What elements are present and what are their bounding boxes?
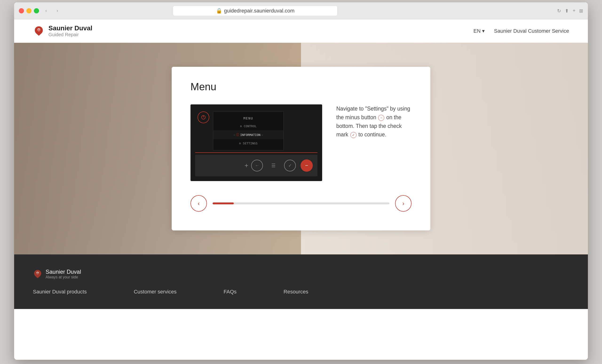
footer-logo: Saunier Duval Always at your side <box>33 268 569 279</box>
back-button[interactable]: ‹ <box>42 7 50 15</box>
back-ctrl-button: ← <box>251 160 263 171</box>
control-label: CONTROL <box>244 124 257 128</box>
menu-display: MENU ⊙ CONTROL — ⓘ INFORMAT <box>213 111 284 150</box>
menu-item-control: ⊙ CONTROL <box>213 122 283 130</box>
progress-bar-fill <box>213 203 234 204</box>
settings-icon: ⊙ <box>239 141 241 145</box>
control-icon: ⊙ <box>240 124 242 128</box>
prev-button[interactable]: ‹ <box>191 195 207 212</box>
tab-grid-icon[interactable]: ⊞ <box>579 8 583 14</box>
footer-link-faqs[interactable]: FAQs <box>224 289 236 295</box>
header-nav: EN ▾ Saunier Duval Customer Service <box>473 28 569 34</box>
power-button <box>197 111 209 123</box>
minimize-button[interactable] <box>26 8 32 13</box>
menu-title-text: MENU <box>213 115 283 122</box>
close-button[interactable] <box>19 8 24 13</box>
settings-label: SETTINGS <box>243 141 258 145</box>
footer-logo-icon <box>33 269 42 279</box>
fullscreen-button[interactable] <box>34 8 39 13</box>
address-bar[interactable]: 🔒 guidedrepair.saunierduval.com <box>173 6 337 16</box>
customer-service-link[interactable]: Saunier Duval Customer Service <box>494 28 569 34</box>
menu-ctrl-button: ☰ <box>268 160 279 171</box>
description-area: Navigate to "Settings" by using the minu… <box>336 104 411 139</box>
next-button[interactable]: › <box>395 195 411 212</box>
browser-titlebar: ‹ › 🔒 guidedrepair.saunierduval.com ↻ ⬆ … <box>14 2 588 19</box>
lang-label: EN <box>473 28 481 34</box>
new-tab-icon[interactable]: + <box>573 8 575 14</box>
menu-item-settings: ⊙ SETTINGS <box>213 139 283 148</box>
chevron-down-icon: ▾ <box>482 28 485 34</box>
minus-icon-inline: − <box>378 115 384 121</box>
brand-name: Saunier Duval <box>48 24 92 32</box>
progress-bar <box>213 203 389 204</box>
site-header: Saunier Duval Guided Repair EN ▾ Saunier… <box>14 19 588 43</box>
site-wrapper: Saunier Duval Guided Repair EN ▾ Saunier… <box>14 19 588 360</box>
device-image-container: MENU ⊙ CONTROL — ⓘ INFORMAT <box>191 104 322 181</box>
device-bottom-bar: + ← ☰ ✓ − <box>195 155 317 176</box>
language-selector[interactable]: EN ▾ <box>473 28 485 34</box>
info-label: INFORMATION <box>240 133 260 137</box>
saunier-duval-logo-icon <box>33 25 45 37</box>
minus-ctrl-button: − <box>301 160 313 172</box>
footer-links: Saunier Duval products Customer services… <box>33 289 569 295</box>
footer-tagline: Always at your side <box>46 275 81 279</box>
logo-area: Saunier Duval Guided Repair <box>33 24 92 37</box>
logo-text: Saunier Duval Guided Repair <box>48 24 92 37</box>
description-text: Navigate to "Settings" by using the minu… <box>336 104 411 139</box>
plus-button: + <box>242 161 251 170</box>
card-title: Menu <box>191 81 411 93</box>
browser-actions: ↻ ⬆ + ⊞ <box>557 8 583 14</box>
site-footer: Saunier Duval Always at your side Saunie… <box>14 254 588 309</box>
traffic-lights <box>19 8 39 13</box>
card-nav: ‹ › <box>191 195 411 212</box>
device-screen: MENU ⊙ CONTROL — ⓘ INFORMAT <box>191 104 322 181</box>
share-icon[interactable]: ⬆ <box>565 8 569 14</box>
footer-link-resources[interactable]: Resources <box>284 289 308 295</box>
device-image: MENU ⊙ CONTROL — ⓘ INFORMAT <box>191 104 322 181</box>
footer-link-customer-services[interactable]: Customer services <box>134 289 177 295</box>
check-ctrl-button: ✓ <box>284 160 296 171</box>
lock-icon: 🔒 <box>216 8 222 14</box>
brand-subtitle: Guided Repair <box>48 32 92 37</box>
separator <box>195 152 317 153</box>
menu-item-information: — ⓘ INFORMATION — <box>213 130 283 139</box>
footer-brand: Saunier Duval <box>46 268 81 275</box>
footer-link-products[interactable]: Saunier Duval products <box>33 289 87 295</box>
hero-section: Menu <box>14 43 588 254</box>
refresh-icon[interactable]: ↻ <box>557 8 561 14</box>
card-content: MENU ⊙ CONTROL — ⓘ INFORMAT <box>191 104 411 181</box>
power-icon <box>201 115 206 120</box>
info-icon: ⓘ <box>236 133 239 137</box>
instruction-card: Menu <box>172 67 430 230</box>
browser-window: ‹ › 🔒 guidedrepair.saunierduval.com ↻ ⬆ … <box>14 2 588 360</box>
footer-logo-text: Saunier Duval Always at your side <box>46 268 81 279</box>
forward-button[interactable]: › <box>53 7 62 15</box>
url-text: guidedrepair.saunierduval.com <box>224 8 295 14</box>
check-icon-inline: ✓ <box>350 132 356 138</box>
control-buttons: ← ☰ ✓ − <box>251 160 313 172</box>
